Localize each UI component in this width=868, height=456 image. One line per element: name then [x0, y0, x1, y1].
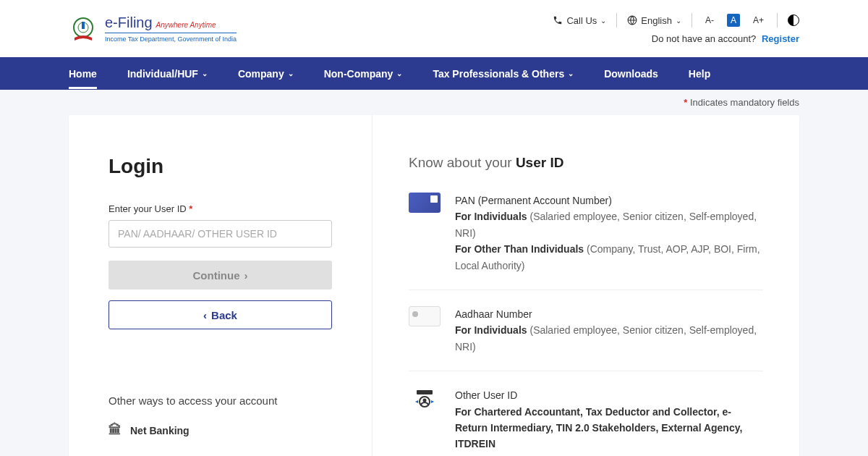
nav-company[interactable]: Company⌄	[238, 59, 294, 89]
svg-rect-4	[417, 390, 433, 394]
no-account-text: Do not have an account?	[652, 33, 757, 44]
pan-card-icon	[409, 193, 441, 217]
userid-label: Enter your User ID *	[109, 203, 332, 214]
bank-icon: 🏛	[109, 423, 122, 438]
brand-text: e-Filing	[105, 14, 153, 31]
logo-area[interactable]: e-Filing Anywhere Anytime Income Tax Dep…	[69, 14, 237, 43]
chevron-down-icon: ⌄	[568, 69, 574, 77]
divider	[692, 13, 692, 28]
top-bar: e-Filing Anywhere Anytime Income Tax Dep…	[0, 0, 868, 57]
info-pan: PAN (Permanent Account Number) For Indiv…	[409, 193, 763, 290]
contrast-toggle-icon[interactable]	[788, 14, 799, 26]
chevron-down-icon: ⌄	[202, 69, 208, 77]
info-panel: Know about your User ID PAN (Permanent A…	[373, 115, 799, 456]
font-decrease-button[interactable]: A-	[702, 14, 717, 27]
back-button[interactable]: ‹ Back	[109, 300, 332, 329]
chevron-down-icon: ⌄	[396, 69, 402, 77]
brand-subtitle: Income Tax Department, Government of Ind…	[105, 33, 237, 43]
chevron-down-icon: ⌄	[600, 17, 606, 25]
register-link[interactable]: Register	[762, 33, 799, 44]
nav-help[interactable]: Help	[689, 59, 710, 89]
nav-tax-professionals[interactable]: Tax Professionals & Others⌄	[433, 59, 574, 89]
other-ways-title: Other ways to access your account	[109, 394, 332, 407]
nav-home[interactable]: Home	[69, 59, 97, 89]
emblem-icon	[69, 14, 98, 43]
nav-individual[interactable]: Individual/HUF⌄	[127, 59, 208, 89]
know-title: Know about your User ID	[409, 155, 763, 171]
nav-noncompany[interactable]: Non-Company⌄	[324, 59, 403, 89]
main-nav: Home Individual/HUF⌄ Company⌄ Non-Compan…	[0, 57, 868, 90]
main-content: Login Enter your User ID * Continue › ‹ …	[69, 115, 799, 456]
other-user-icon	[409, 387, 441, 412]
mandatory-note: * Indicates mandatory fields	[0, 90, 868, 108]
chevron-right-icon: ›	[244, 269, 248, 282]
userid-input[interactable]	[109, 220, 332, 248]
info-aadhaar: Aadhaar Number For Individuals (Salaried…	[409, 306, 763, 371]
netbanking-link[interactable]: 🏛 Net Banking	[109, 423, 332, 438]
chevron-down-icon: ⌄	[288, 69, 294, 77]
phone-icon	[553, 15, 563, 25]
svg-rect-2	[82, 22, 85, 29]
language-dropdown[interactable]: English ⌄	[627, 15, 681, 26]
chevron-left-icon: ‹	[203, 309, 207, 321]
login-panel: Login Enter your User ID * Continue › ‹ …	[69, 115, 373, 456]
divider	[777, 13, 778, 28]
divider	[616, 13, 617, 28]
nav-downloads[interactable]: Downloads	[604, 59, 658, 89]
font-default-button[interactable]: A	[727, 14, 740, 27]
info-other: Other User ID For Chartered Accountant, …	[409, 387, 763, 456]
font-increase-button[interactable]: A+	[750, 14, 767, 27]
svg-point-6	[423, 399, 427, 402]
chevron-down-icon: ⌄	[676, 17, 681, 25]
continue-button[interactable]: Continue ›	[109, 261, 332, 290]
globe-icon	[627, 15, 637, 25]
tagline-text: Anywhere Anytime	[156, 21, 216, 29]
aadhaar-card-icon	[409, 306, 441, 331]
call-us-dropdown[interactable]: Call Us ⌄	[553, 15, 606, 26]
login-title: Login	[109, 155, 332, 178]
